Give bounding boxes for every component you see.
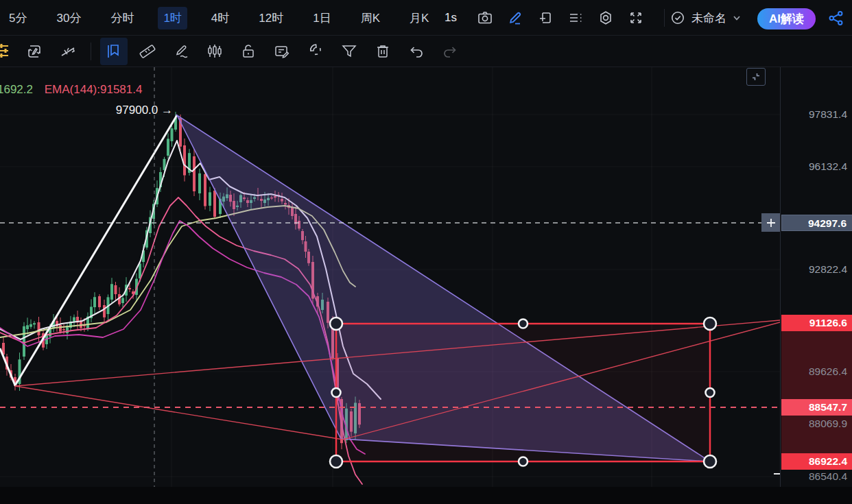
tab-1时[interactable]: 1时 — [158, 7, 187, 29]
redo-icon[interactable] — [436, 38, 464, 65]
chart-area[interactable]: 1692.2 EMA(144):91581.4 97900.0 → — [0, 67, 780, 487]
replay-edit-icon[interactable] — [21, 38, 48, 65]
add-frame-icon[interactable] — [530, 3, 560, 33]
indicator-legend: 1692.2 EMA(144):91581.4 — [0, 83, 142, 97]
price-tick-97831.4: 97831.4 — [781, 106, 852, 123]
price-axis[interactable]: 97831.496132.494297.692822.491126.689626… — [780, 67, 852, 487]
trend-line-icon[interactable] — [54, 38, 82, 65]
price-tick-88069.9: 88069.9 — [781, 416, 852, 432]
tab-4时[interactable]: 4时 — [206, 7, 235, 29]
tab-5分[interactable]: 5分 — [3, 7, 32, 29]
bookmark-tool-icon[interactable] — [100, 38, 128, 65]
layout-list-icon[interactable] — [560, 3, 591, 33]
lock-open-icon[interactable] — [235, 38, 262, 65]
interval-label[interactable]: 1s — [445, 0, 457, 36]
ai-analysis-button[interactable]: AI解读 — [757, 8, 816, 29]
tab-分时[interactable]: 分时 — [105, 7, 139, 29]
note-edit-icon[interactable] — [268, 38, 296, 65]
price-tick-86922.4: 86922.4 — [781, 453, 852, 470]
restore-view-icon[interactable] — [746, 68, 766, 86]
price-tick-86540.4: 86540.4 — [781, 468, 852, 485]
brush-icon[interactable] — [167, 38, 195, 65]
tab-12时[interactable]: 12时 — [253, 7, 289, 29]
undo-icon[interactable] — [403, 38, 430, 65]
price-tick-91126.6: 91126.6 — [781, 315, 852, 331]
toolbar-separator — [664, 9, 665, 27]
camera-icon[interactable] — [470, 3, 500, 33]
indicator-yellow-icon[interactable] — [0, 42, 11, 62]
level-dash — [774, 473, 780, 475]
document-name[interactable]: 未命名 — [670, 0, 742, 36]
cloud-check-icon — [670, 10, 686, 26]
top-toolbar: 5分30分分时1时4时12时1日周K月K 1s — [0, 0, 852, 36]
document-name-label: 未命名 — [691, 10, 726, 26]
chart-canvas — [0, 67, 780, 487]
price-tick-94297.6: 94297.6 — [781, 215, 852, 231]
timeframe-tabs: 5分30分分时1时4时12时1日周K月K — [3, 0, 434, 36]
price-tick-92822.4: 92822.4 — [781, 261, 852, 278]
share-icon[interactable] — [820, 3, 851, 33]
crosshair-plus-icon[interactable] — [761, 213, 780, 232]
chevron-down-icon — [732, 13, 742, 23]
tab-1日[interactable]: 1日 — [307, 7, 336, 29]
legend-ema-value: EMA(144):91581.4 — [45, 83, 143, 96]
tab-周K[interactable]: 周K — [355, 7, 386, 29]
ruler-icon[interactable] — [134, 38, 161, 65]
price-tick-96132.4: 96132.4 — [781, 158, 852, 175]
drawing-toolbar — [0, 36, 852, 67]
legend-green-value: 1692.2 — [0, 83, 33, 96]
tab-30分[interactable]: 30分 — [51, 7, 86, 29]
price-tick-89626.4: 89626.4 — [781, 363, 852, 380]
trading-app: 5分30分分时1时4时12时1日周K月K 1s — [0, 0, 852, 504]
price-range-overlay — [781, 323, 852, 461]
settings-hexagon-icon[interactable] — [591, 3, 621, 33]
filter-icon[interactable] — [335, 38, 363, 65]
peak-price-annotation: 97900.0 → — [0, 104, 173, 117]
time-axis-strip — [0, 487, 852, 504]
pattern-candles-icon[interactable] — [201, 38, 228, 65]
price-tick-88547.7: 88547.7 — [781, 399, 852, 416]
tab-月K[interactable]: 月K — [404, 7, 434, 29]
trash-icon[interactable] — [369, 38, 397, 65]
magnet-icon[interactable] — [302, 38, 329, 65]
fullscreen-icon[interactable] — [621, 3, 651, 33]
draw-pencil-icon[interactable] — [500, 3, 530, 33]
